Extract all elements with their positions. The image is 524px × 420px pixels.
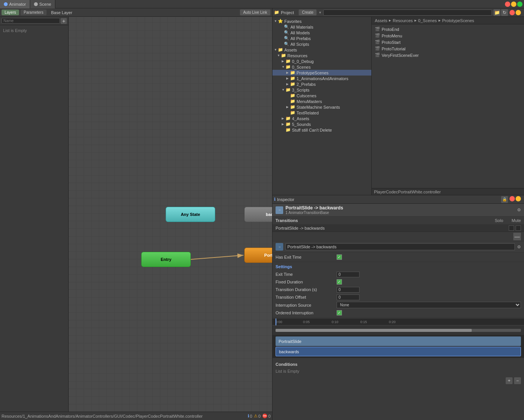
statemachine-folder-icon: 📁	[290, 105, 295, 109]
graph-area[interactable]: Any State backwards Entry PortraitSlide	[69, 17, 272, 412]
portraitslide-node[interactable]: PortraitSlide	[244, 248, 272, 263]
refresh-btn[interactable]: ↻	[501, 9, 508, 16]
asset-protomenu[interactable]: 🎬 ProtoMenu	[373, 32, 522, 39]
project-search-input[interactable]	[323, 10, 492, 16]
inspector-lock-btn[interactable]: 🔒	[501, 196, 508, 203]
backwards-bar[interactable]: backwards	[276, 347, 521, 356]
anystate-node[interactable]: Any State	[166, 207, 215, 222]
right-panel: 📁 Project Create ▼ 📁 ↻	[272, 8, 524, 420]
auto-live-link-btn[interactable]: Auto Live Link	[240, 9, 271, 16]
animator-panel: Layers Parameters Base Layer Auto Live L…	[0, 8, 272, 420]
transition-info: PortraitSlide -> backwards 1 AnimatorTra…	[285, 205, 343, 215]
transitions-section-header: Transitions Solo Mute	[272, 217, 524, 225]
tree-item-favorites[interactable]: ▼ ⭐ Favorites	[272, 18, 371, 24]
all-materials-icon: 🔍	[284, 24, 289, 29]
tree-item-all-materials[interactable]: 🔍 All Materials	[272, 24, 371, 30]
tree-item-5sounds[interactable]: ▶ 📁 5_Sounds	[272, 121, 371, 127]
add-condition-btn[interactable]: +	[506, 377, 513, 384]
tree-item-4assets[interactable]: ▶ 📁 4_Assets	[272, 116, 371, 121]
transition-offset-input[interactable]	[337, 294, 360, 300]
error-status: ⛔ 0	[262, 414, 271, 418]
timeline-blend-area	[272, 325, 524, 335]
create-dropdown[interactable]: ▼	[318, 11, 322, 14]
folder-icon-btn[interactable]: 📁	[493, 9, 500, 16]
conditions-section: Conditions List is Empty	[272, 359, 524, 376]
asset-prototutorial[interactable]: 🎬 ProtoTutorial	[373, 45, 522, 52]
parameters-tab[interactable]: Parameters	[21, 10, 47, 15]
entry-node[interactable]: Entry	[141, 252, 191, 267]
tree-item-prototype[interactable]: ▶ 📁 PrototypeScenes	[272, 70, 371, 76]
exit-time-input[interactable]	[337, 272, 360, 277]
exit-time-label: Exit Time	[276, 272, 337, 277]
5sounds-folder-icon: 📁	[285, 122, 291, 127]
menumasters-folder-icon: 📁	[290, 99, 295, 104]
sub-transition-name[interactable]	[285, 243, 515, 250]
add-layer-button[interactable]: +	[61, 18, 67, 24]
transition-offset-label: Transition Offset	[276, 295, 337, 299]
inspector-title: Inspector	[277, 197, 294, 202]
project-min-btn[interactable]	[516, 10, 521, 15]
window-controls	[505, 2, 524, 7]
tree-item-menumasters[interactable]: 📁 MenuMasters	[272, 98, 371, 104]
tree-item-animations[interactable]: ▶ 📁 1_AnimationsAndAnimators	[272, 76, 371, 81]
animator-tab[interactable]: Animator	[0, 0, 30, 8]
scene-icon-protomenu: 🎬	[375, 33, 380, 38]
project-close-btn[interactable]	[509, 10, 515, 15]
project-toolbar: 📁 Project Create ▼ 📁 ↻	[272, 8, 524, 17]
min-btn[interactable]	[511, 2, 516, 7]
tree-item-resources[interactable]: ▼ 📁 Resources	[272, 53, 371, 58]
remove-condition-btn[interactable]: −	[514, 377, 521, 384]
warning-status: ⚠ 0	[254, 414, 261, 418]
tree-item-prefabs[interactable]: ▶ 📁 2_Prefabs	[272, 81, 371, 87]
ordered-interrupt-checkbox[interactable]	[337, 310, 342, 315]
textrelated-folder-icon: 📁	[290, 110, 295, 115]
ordered-interrupt-value	[337, 310, 521, 315]
layers-tab[interactable]: Layers	[2, 10, 19, 15]
fixed-duration-checkbox[interactable]	[337, 279, 342, 285]
tree-item-textrelated[interactable]: 📁 TextRelated	[272, 110, 371, 116]
scene-icon	[34, 2, 38, 6]
tree-item-scripts[interactable]: ▼ 📁 3_Scripts	[272, 87, 371, 93]
transition-offset-row: Transition Offset	[276, 293, 521, 301]
interruption-select[interactable]: None	[337, 302, 521, 308]
inspector-toolbar: ℹ Inspector 🔒	[272, 195, 524, 204]
backwards-node[interactable]: backwards	[244, 207, 272, 222]
transition-icon: →	[276, 206, 283, 214]
inspector-gear-icon[interactable]: ⚙	[517, 208, 521, 212]
asset-veryfirst[interactable]: 🎬 VeryFirstSceneEver	[373, 52, 522, 58]
timeline-cursor	[276, 319, 276, 325]
tree-item-debug[interactable]: ▶ 📁 0_0_Debug	[272, 58, 371, 64]
scene-tab[interactable]: Scene	[30, 0, 55, 8]
max-btn[interactable]	[517, 2, 522, 7]
mute-checkbox[interactable]	[516, 225, 521, 231]
scene-tab-label: Scene	[39, 2, 51, 6]
remove-transition-btn[interactable]: —	[513, 233, 521, 240]
tree-item-cutscenes[interactable]: 📁 Cutscenes	[272, 93, 371, 98]
transition-duration-input[interactable]	[337, 287, 360, 293]
portraitslide-bar[interactable]: PortraitSlide	[276, 336, 521, 346]
asset-protoend[interactable]: 🎬 ProtoEnd	[373, 26, 522, 32]
sub-gear-icon[interactable]: ⚙	[517, 245, 521, 249]
fixed-duration-value	[337, 279, 521, 285]
left-sidebar: + List is Empty	[0, 17, 69, 412]
inspector-close-btn[interactable]	[509, 196, 515, 201]
close-btn[interactable]	[505, 2, 510, 7]
tree-item-all-models[interactable]: 🔍 All Models	[272, 30, 371, 35]
create-button[interactable]: Create	[298, 9, 317, 16]
solo-checkbox[interactable]	[509, 225, 514, 231]
has-exit-time-checkbox[interactable]	[337, 254, 342, 260]
tree-item-cant-delete[interactable]: 📁 Stuff still Can't Delete	[272, 127, 371, 133]
tree-item-statemachine[interactable]: ▶ 📁 StateMachine Servants	[272, 104, 371, 110]
interruption-value: None	[337, 302, 521, 308]
asset-protostart[interactable]: 🎬 ProtoStart	[373, 39, 522, 45]
cutscenes-folder-icon: 📁	[290, 93, 295, 98]
transition-row[interactable]: PortraitSlide -> backwards	[272, 225, 524, 232]
tree-item-all-scripts[interactable]: 🔍 All Scripts	[272, 41, 371, 47]
tree-item-scenes[interactable]: ▼ 📁 0_Scenes	[272, 64, 371, 70]
inspector-min-btn[interactable]	[516, 196, 521, 201]
search-input[interactable]	[2, 18, 60, 24]
tree-item-all-prefabs[interactable]: 🔍 All Prefabs	[272, 35, 371, 41]
favorites-arrow: ▼	[274, 19, 278, 23]
tree-item-assets[interactable]: ▼ 📁 Assets	[272, 47, 371, 53]
inspector-panel: ℹ Inspector 🔒 → PortraitSlide -> backwar…	[272, 195, 524, 420]
